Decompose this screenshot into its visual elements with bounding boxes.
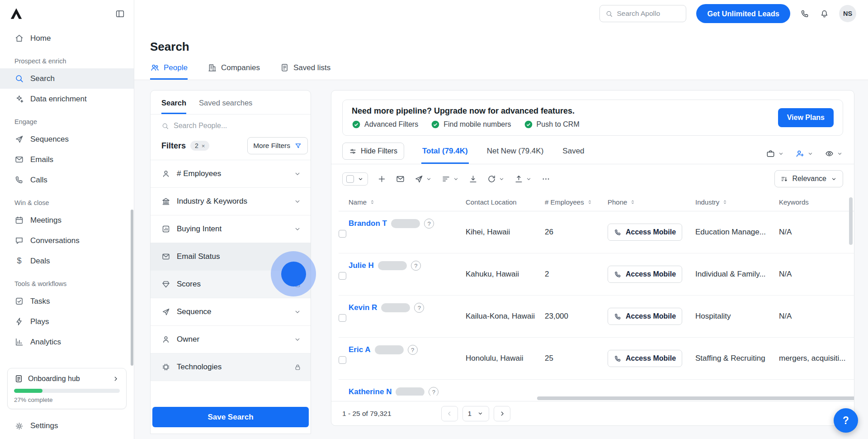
envelope-icon xyxy=(14,155,24,164)
email-action-button[interactable] xyxy=(396,174,405,184)
tab-filter-search[interactable]: Search xyxy=(161,99,186,114)
tab-companies[interactable]: Companies xyxy=(208,63,260,80)
push-to-crm-button[interactable] xyxy=(514,174,532,184)
column-header-phone[interactable]: Phone xyxy=(608,198,695,206)
sidebar-item-analytics[interactable]: Analytics xyxy=(0,332,134,352)
column-header-employees[interactable]: # Employees xyxy=(545,198,608,206)
sidebar-item-settings[interactable]: Settings xyxy=(0,413,134,439)
person-name-link[interactable]: Julie H xyxy=(349,261,374,270)
add-person-dropdown[interactable] xyxy=(795,149,814,158)
filter-row-buying-intent[interactable]: Buying Intent xyxy=(151,215,311,243)
row-checkbox[interactable] xyxy=(339,356,346,364)
tab-saved-searches[interactable]: Saved searches xyxy=(199,99,252,114)
question-circle-icon[interactable]: ? xyxy=(424,219,434,229)
sequence-action-button[interactable] xyxy=(414,174,432,184)
horizontal-scrollbar-thumb[interactable] xyxy=(537,396,854,400)
onboarding-hub-card[interactable]: Onboarding hub 27% complete xyxy=(7,368,127,409)
person-name-link[interactable]: Kevin R xyxy=(349,303,377,312)
select-all-checkbox[interactable] xyxy=(346,175,354,183)
sidebar-item-meetings[interactable]: Meetings xyxy=(0,210,134,230)
column-header-keywords[interactable]: Keywords xyxy=(779,198,854,206)
select-all-control[interactable] xyxy=(342,172,368,186)
industry-cell: Education Manage... xyxy=(695,228,779,237)
sidebar-item-emails[interactable]: Emails xyxy=(0,149,134,170)
person-name-link[interactable]: Katherine N xyxy=(349,387,392,396)
filter-row-technologies[interactable]: Technologies xyxy=(151,353,311,381)
vertical-scrollbar-thumb[interactable] xyxy=(849,197,853,245)
avatar[interactable]: NS xyxy=(839,5,856,22)
question-circle-icon[interactable]: ? xyxy=(414,303,424,313)
sort-dropdown[interactable]: Relevance xyxy=(774,170,843,187)
collapse-sidebar-icon[interactable] xyxy=(115,9,125,19)
sidebar-item-calls[interactable]: Calls xyxy=(0,170,134,190)
row-checkbox[interactable] xyxy=(339,230,346,238)
sidebar-item-home[interactable]: Home xyxy=(0,28,134,48)
more-filters-button[interactable]: More Filters xyxy=(247,137,308,154)
filter-row-sequence[interactable]: Sequence xyxy=(151,298,311,326)
previous-page-button[interactable] xyxy=(441,406,458,421)
view-plans-button[interactable]: View Plans xyxy=(778,108,834,127)
phone-icon[interactable] xyxy=(800,9,810,19)
next-page-button[interactable] xyxy=(494,406,510,421)
page-select-dropdown[interactable]: 1 xyxy=(462,406,490,421)
sidebar-item-deals[interactable]: $ Deals xyxy=(0,251,134,271)
person-name-link[interactable]: Brandon T xyxy=(349,219,387,228)
sidebar-item-data-enrichment[interactable]: Data enrichment xyxy=(0,89,134,109)
tab-label: Saved lists xyxy=(293,63,330,72)
view-dropdown[interactable] xyxy=(825,149,843,158)
tab-net-new[interactable]: Net New (79.4K) xyxy=(486,142,545,164)
column-header-name[interactable]: Name xyxy=(339,198,466,206)
get-unlimited-leads-button[interactable]: Get Unlimited Leads xyxy=(696,4,790,23)
filter-row-owner[interactable]: Owner xyxy=(151,326,311,353)
onboarding-progress-track xyxy=(14,389,120,393)
refresh-button[interactable] xyxy=(487,174,505,184)
hidden-name-blur xyxy=(391,219,420,228)
access-mobile-button[interactable]: Access Mobile xyxy=(608,350,682,367)
list-action-button[interactable] xyxy=(441,174,459,184)
more-options-button[interactable] xyxy=(541,174,551,184)
global-search-input[interactable] xyxy=(617,10,680,18)
sidebar-item-plays[interactable]: Plays xyxy=(0,311,134,332)
row-checkbox[interactable] xyxy=(339,272,346,280)
tab-people[interactable]: People xyxy=(150,63,188,80)
add-to-list-button[interactable] xyxy=(377,174,387,184)
hide-filters-button[interactable]: Hide Filters xyxy=(342,143,404,160)
filters-count-pill[interactable]: 2 × xyxy=(190,141,209,151)
help-button[interactable]: ? xyxy=(834,408,858,433)
sidebar-item-search[interactable]: Search xyxy=(0,68,134,89)
sidebar-item-sequences[interactable]: Sequences xyxy=(0,129,134,149)
column-header-industry[interactable]: Industry xyxy=(695,198,779,206)
bell-icon[interactable] xyxy=(820,9,829,19)
filter-row-employees[interactable]: # Employees xyxy=(151,160,311,188)
sidebar-item-conversations[interactable]: Conversations xyxy=(0,230,134,251)
app: Home Prospect & enrich Search Data enric… xyxy=(0,0,868,439)
filter-label: Industry & Keywords xyxy=(177,197,247,206)
save-search-button[interactable]: Save Search xyxy=(152,407,309,427)
filter-row-industry-keywords[interactable]: Industry & Keywords xyxy=(151,188,311,215)
filter-row-scores[interactable]: Scores xyxy=(151,271,311,298)
people-search-input[interactable] xyxy=(174,122,300,130)
global-search[interactable] xyxy=(599,5,686,22)
workspace-dropdown[interactable] xyxy=(766,149,784,158)
question-circle-icon[interactable]: ? xyxy=(429,387,439,396)
sidebar-scrollbar[interactable] xyxy=(131,210,133,366)
clear-filters-icon[interactable]: × xyxy=(202,143,205,149)
access-mobile-button[interactable]: Access Mobile xyxy=(608,308,682,325)
access-mobile-button[interactable]: Access Mobile xyxy=(608,224,682,241)
access-mobile-button[interactable]: Access Mobile xyxy=(608,266,682,283)
row-checkbox[interactable] xyxy=(339,314,346,322)
tab-saved[interactable]: Saved xyxy=(561,142,585,164)
name-cell: Kevin R ? xyxy=(339,296,466,337)
filter-label: # Employees xyxy=(177,169,221,178)
tab-total[interactable]: Total (79.4K) xyxy=(421,142,469,164)
filter-row-email-status[interactable]: Email Status xyxy=(151,243,311,271)
question-circle-icon[interactable]: ? xyxy=(411,261,421,271)
tab-saved-lists[interactable]: Saved lists xyxy=(280,63,330,80)
people-search[interactable] xyxy=(151,115,311,136)
question-circle-icon[interactable]: ? xyxy=(408,345,418,355)
column-header-location[interactable]: Contact Location xyxy=(466,198,545,206)
export-button[interactable] xyxy=(468,174,478,184)
person-name-link[interactable]: Eric A xyxy=(349,345,371,354)
sidebar-item-tasks[interactable]: Tasks xyxy=(0,291,134,311)
phone-icon xyxy=(614,229,622,236)
